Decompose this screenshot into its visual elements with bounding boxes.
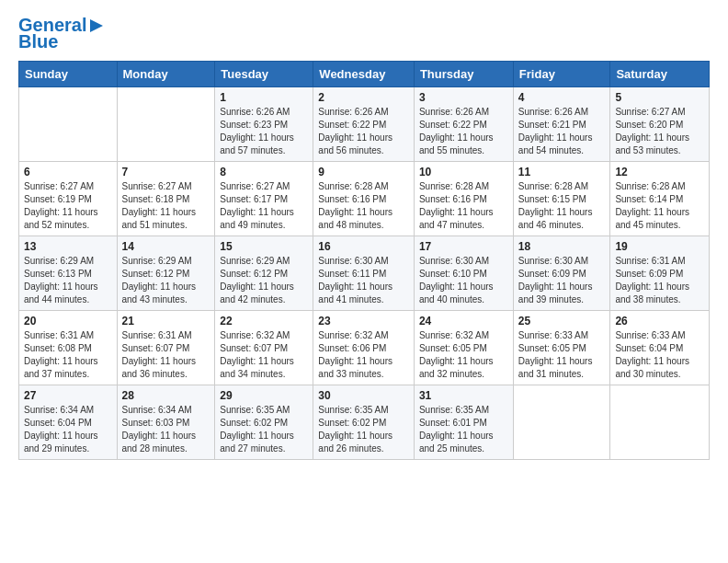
day-number: 14: [122, 240, 210, 253]
day-info: Sunrise: 6:26 AM Sunset: 6:22 PM Dayligh…: [318, 106, 409, 157]
day-info: Sunrise: 6:33 AM Sunset: 6:04 PM Dayligh…: [615, 329, 704, 381]
day-info: Sunrise: 6:26 AM Sunset: 6:21 PM Dayligh…: [518, 106, 606, 157]
day-number: 2: [318, 91, 409, 104]
calendar-week-2: 6Sunrise: 6:27 AM Sunset: 6:19 PM Daylig…: [19, 162, 710, 236]
calendar-cell: 8Sunrise: 6:27 AM Sunset: 6:17 PM Daylig…: [215, 162, 313, 236]
calendar-cell: 29Sunrise: 6:35 AM Sunset: 6:02 PM Dayli…: [215, 385, 313, 460]
calendar-cell: 20Sunrise: 6:31 AM Sunset: 6:08 PM Dayli…: [19, 311, 118, 385]
day-info: Sunrise: 6:32 AM Sunset: 6:05 PM Dayligh…: [419, 329, 508, 381]
calendar-cell: 25Sunrise: 6:33 AM Sunset: 6:05 PM Dayli…: [513, 311, 610, 385]
day-info: Sunrise: 6:32 AM Sunset: 6:07 PM Dayligh…: [220, 329, 308, 381]
weekday-header-tuesday: Tuesday: [215, 62, 313, 87]
calendar-cell: 6Sunrise: 6:27 AM Sunset: 6:19 PM Daylig…: [19, 162, 118, 236]
day-number: 4: [518, 91, 606, 104]
calendar-week-3: 13Sunrise: 6:29 AM Sunset: 6:13 PM Dayli…: [19, 236, 710, 311]
weekday-header-sunday: Sunday: [19, 62, 118, 87]
weekday-header-friday: Friday: [513, 62, 610, 87]
weekday-header-thursday: Thursday: [414, 62, 513, 87]
day-info: Sunrise: 6:30 AM Sunset: 6:09 PM Dayligh…: [518, 255, 606, 306]
calendar-header-row: SundayMondayTuesdayWednesdayThursdayFrid…: [19, 62, 710, 87]
calendar-cell: 27Sunrise: 6:34 AM Sunset: 6:04 PM Dayli…: [19, 385, 118, 460]
day-number: 1: [220, 91, 308, 104]
day-info: Sunrise: 6:33 AM Sunset: 6:05 PM Dayligh…: [518, 329, 606, 381]
weekday-header-monday: Monday: [117, 62, 215, 87]
calendar-cell: 3Sunrise: 6:26 AM Sunset: 6:22 PM Daylig…: [414, 87, 513, 162]
day-number: 12: [615, 166, 704, 178]
calendar-cell: 28Sunrise: 6:34 AM Sunset: 6:03 PM Dayli…: [117, 385, 215, 460]
calendar-cell: [610, 385, 710, 460]
calendar-cell: 24Sunrise: 6:32 AM Sunset: 6:05 PM Dayli…: [414, 311, 513, 385]
day-info: Sunrise: 6:31 AM Sunset: 6:08 PM Dayligh…: [24, 329, 112, 381]
day-number: 13: [24, 240, 112, 253]
day-info: Sunrise: 6:35 AM Sunset: 6:02 PM Dayligh…: [220, 404, 308, 455]
calendar-cell: [19, 87, 118, 162]
calendar-cell: 14Sunrise: 6:29 AM Sunset: 6:12 PM Dayli…: [117, 236, 215, 311]
calendar-cell: 31Sunrise: 6:35 AM Sunset: 6:01 PM Dayli…: [414, 385, 513, 460]
day-number: 25: [518, 315, 606, 327]
calendar-week-5: 27Sunrise: 6:34 AM Sunset: 6:04 PM Dayli…: [19, 385, 710, 460]
day-number: 7: [122, 166, 210, 178]
day-number: 17: [419, 240, 508, 253]
calendar-cell: 22Sunrise: 6:32 AM Sunset: 6:07 PM Dayli…: [215, 311, 313, 385]
day-info: Sunrise: 6:34 AM Sunset: 6:04 PM Dayligh…: [24, 404, 112, 455]
logo: General Blue: [18, 15, 105, 52]
day-info: Sunrise: 6:27 AM Sunset: 6:18 PM Dayligh…: [122, 180, 210, 232]
day-info: Sunrise: 6:29 AM Sunset: 6:13 PM Dayligh…: [24, 255, 112, 306]
day-number: 30: [318, 389, 409, 402]
calendar-cell: 9Sunrise: 6:28 AM Sunset: 6:16 PM Daylig…: [313, 162, 415, 236]
day-info: Sunrise: 6:35 AM Sunset: 6:01 PM Dayligh…: [419, 404, 508, 455]
logo-text-blue: Blue: [18, 31, 58, 52]
calendar-cell: 30Sunrise: 6:35 AM Sunset: 6:02 PM Dayli…: [313, 385, 415, 460]
calendar-cell: 11Sunrise: 6:28 AM Sunset: 6:15 PM Dayli…: [513, 162, 610, 236]
day-number: 29: [220, 389, 308, 402]
day-info: Sunrise: 6:31 AM Sunset: 6:07 PM Dayligh…: [122, 329, 210, 381]
day-info: Sunrise: 6:28 AM Sunset: 6:16 PM Dayligh…: [419, 180, 508, 232]
header: General Blue: [18, 15, 710, 52]
day-info: Sunrise: 6:30 AM Sunset: 6:11 PM Dayligh…: [318, 255, 409, 306]
day-info: Sunrise: 6:29 AM Sunset: 6:12 PM Dayligh…: [122, 255, 210, 306]
day-number: 5: [615, 91, 704, 104]
calendar-cell: 1Sunrise: 6:26 AM Sunset: 6:23 PM Daylig…: [215, 87, 313, 162]
calendar-cell: [513, 385, 610, 460]
day-info: Sunrise: 6:27 AM Sunset: 6:20 PM Dayligh…: [615, 106, 704, 157]
day-number: 24: [419, 315, 508, 327]
calendar-cell: 19Sunrise: 6:31 AM Sunset: 6:09 PM Dayli…: [610, 236, 710, 311]
calendar-cell: 18Sunrise: 6:30 AM Sunset: 6:09 PM Dayli…: [513, 236, 610, 311]
calendar-cell: 12Sunrise: 6:28 AM Sunset: 6:14 PM Dayli…: [610, 162, 710, 236]
day-number: 11: [518, 166, 606, 178]
day-number: 31: [419, 389, 508, 402]
day-number: 23: [318, 315, 409, 327]
day-info: Sunrise: 6:27 AM Sunset: 6:19 PM Dayligh…: [24, 180, 112, 232]
calendar-cell: 2Sunrise: 6:26 AM Sunset: 6:22 PM Daylig…: [313, 87, 415, 162]
calendar-cell: 15Sunrise: 6:29 AM Sunset: 6:12 PM Dayli…: [215, 236, 313, 311]
day-number: 10: [419, 166, 508, 178]
day-info: Sunrise: 6:31 AM Sunset: 6:09 PM Dayligh…: [615, 255, 704, 306]
day-info: Sunrise: 6:26 AM Sunset: 6:23 PM Dayligh…: [220, 106, 308, 157]
calendar-cell: 5Sunrise: 6:27 AM Sunset: 6:20 PM Daylig…: [610, 87, 710, 162]
day-number: 16: [318, 240, 409, 253]
day-number: 15: [220, 240, 308, 253]
day-info: Sunrise: 6:32 AM Sunset: 6:06 PM Dayligh…: [318, 329, 409, 381]
day-number: 8: [220, 166, 308, 178]
day-number: 20: [24, 315, 112, 327]
calendar-week-1: 1Sunrise: 6:26 AM Sunset: 6:23 PM Daylig…: [19, 87, 710, 162]
calendar-cell: 7Sunrise: 6:27 AM Sunset: 6:18 PM Daylig…: [117, 162, 215, 236]
calendar-week-4: 20Sunrise: 6:31 AM Sunset: 6:08 PM Dayli…: [19, 311, 710, 385]
day-number: 27: [24, 389, 112, 402]
day-info: Sunrise: 6:35 AM Sunset: 6:02 PM Dayligh…: [318, 404, 409, 455]
day-number: 19: [615, 240, 704, 253]
day-number: 26: [615, 315, 704, 327]
day-number: 18: [518, 240, 606, 253]
calendar-body: 1Sunrise: 6:26 AM Sunset: 6:23 PM Daylig…: [19, 87, 710, 460]
calendar-cell: 17Sunrise: 6:30 AM Sunset: 6:10 PM Dayli…: [414, 236, 513, 311]
day-info: Sunrise: 6:29 AM Sunset: 6:12 PM Dayligh…: [220, 255, 308, 306]
calendar-cell: 26Sunrise: 6:33 AM Sunset: 6:04 PM Dayli…: [610, 311, 710, 385]
calendar-cell: 4Sunrise: 6:26 AM Sunset: 6:21 PM Daylig…: [513, 87, 610, 162]
day-info: Sunrise: 6:30 AM Sunset: 6:10 PM Dayligh…: [419, 255, 508, 306]
day-number: 28: [122, 389, 210, 402]
calendar-cell: [117, 87, 215, 162]
day-number: 6: [24, 166, 112, 178]
day-number: 22: [220, 315, 308, 327]
day-info: Sunrise: 6:26 AM Sunset: 6:22 PM Dayligh…: [419, 106, 508, 157]
day-info: Sunrise: 6:34 AM Sunset: 6:03 PM Dayligh…: [122, 404, 210, 455]
